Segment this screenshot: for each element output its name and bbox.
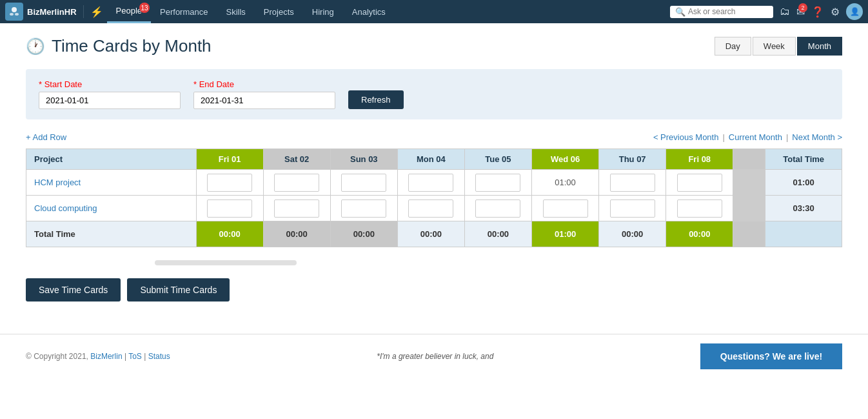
input-hcm-fri01[interactable] bbox=[207, 174, 252, 192]
cell-hcm-fri08 bbox=[666, 170, 733, 196]
cell-cloud-fri08 bbox=[666, 196, 733, 221]
avatar[interactable]: 👤 bbox=[846, 3, 863, 20]
layers-icon[interactable]: 🗂 bbox=[780, 6, 790, 17]
input-hcm-thu07[interactable] bbox=[610, 174, 655, 192]
col-header-sun03: Sun 03 bbox=[330, 149, 397, 170]
end-date-input[interactable] bbox=[193, 92, 335, 109]
nav-right: 🔍 🗂 ✉ 2 ❓ ⚙ 👤 bbox=[670, 3, 863, 20]
total-sat02: 00:00 bbox=[263, 221, 330, 247]
cell-hcm-sat02 bbox=[263, 170, 330, 196]
submit-time-cards-button[interactable]: Submit Time Cards bbox=[127, 278, 230, 301]
prev-month-link[interactable]: < Previous Month bbox=[653, 132, 719, 142]
total-wed06: 01:00 bbox=[532, 221, 599, 247]
total-mon04: 00:00 bbox=[397, 221, 464, 247]
nav-links: People 13 Performance Skills Projects Hi… bbox=[107, 0, 670, 23]
footer-tos-link[interactable]: ToS bbox=[128, 352, 142, 361]
current-month-link[interactable]: Current Month bbox=[729, 132, 782, 142]
input-cloud-wed06[interactable] bbox=[543, 199, 588, 218]
cell-hcm-fri01 bbox=[196, 170, 263, 196]
input-hcm-mon04[interactable] bbox=[408, 174, 453, 192]
cell-cloud-wed06 bbox=[532, 196, 599, 221]
cell-cloud-sat02 bbox=[263, 196, 330, 221]
project-name-cloud: Cloud computing bbox=[26, 196, 197, 221]
input-cloud-sat02[interactable] bbox=[274, 199, 319, 218]
col-header-total: Total Time bbox=[765, 149, 842, 170]
input-hcm-fri08[interactable] bbox=[677, 174, 722, 192]
brand-logo bbox=[5, 3, 23, 21]
table-row: HCM project 01:00 01:00 bbox=[26, 170, 842, 196]
search-input[interactable] bbox=[688, 7, 768, 16]
cell-cloud-extra bbox=[733, 196, 765, 221]
search-icon: 🔍 bbox=[675, 7, 686, 17]
add-row-button[interactable]: + Add Row bbox=[26, 132, 66, 142]
total-extra bbox=[733, 221, 765, 247]
chat-widget[interactable]: Questions? We are live! bbox=[700, 343, 842, 369]
total-sun03: 00:00 bbox=[330, 221, 397, 247]
cell-cloud-mon04 bbox=[397, 196, 464, 221]
nav-link-projects[interactable]: Projects bbox=[255, 0, 303, 23]
nav-link-people[interactable]: People 13 bbox=[107, 0, 151, 23]
view-week-button[interactable]: Week bbox=[753, 37, 796, 56]
mail-icon[interactable]: ✉ 2 bbox=[796, 6, 805, 18]
navbar: BizMerlinHR ⚡ People 13 Performance Skil… bbox=[0, 0, 868, 23]
scroll-indicator bbox=[155, 260, 297, 265]
col-header-fri01: Fri 01 bbox=[196, 149, 263, 170]
month-nav: < Previous Month | Current Month | Next … bbox=[653, 132, 842, 142]
cell-cloud-total: 03:30 bbox=[765, 196, 842, 221]
table-controls: + Add Row < Previous Month | Current Mon… bbox=[26, 132, 842, 142]
next-month-link[interactable]: Next Month > bbox=[792, 132, 842, 142]
input-cloud-mon04[interactable] bbox=[408, 199, 453, 218]
cell-cloud-tue05 bbox=[464, 196, 531, 221]
input-hcm-sun03[interactable] bbox=[341, 174, 386, 192]
refresh-button[interactable]: Refresh bbox=[348, 90, 404, 109]
svg-point-0 bbox=[12, 7, 17, 12]
start-date-input[interactable] bbox=[39, 92, 181, 109]
copyright-text: © Copyright 2021, bbox=[26, 352, 88, 361]
project-name-hcm: HCM project bbox=[26, 170, 197, 196]
total-total bbox=[765, 221, 842, 247]
settings-icon[interactable]: ⚙ bbox=[831, 6, 840, 18]
mail-badge: 2 bbox=[798, 3, 807, 12]
input-cloud-fri01[interactable] bbox=[207, 199, 252, 218]
col-header-project: Project bbox=[26, 149, 197, 170]
brand-name: BizMerlinHR bbox=[27, 7, 77, 17]
timecard-table: Project Fri 01 Sat 02 Sun 03 Mon 04 Tue … bbox=[26, 148, 842, 247]
input-cloud-tue05[interactable] bbox=[475, 199, 520, 218]
cell-hcm-total: 01:00 bbox=[765, 170, 842, 196]
end-date-label: * End Date bbox=[193, 79, 335, 89]
input-cloud-thu07[interactable] bbox=[610, 199, 655, 218]
clock-icon: 🕐 bbox=[26, 37, 45, 56]
cell-cloud-sun03 bbox=[330, 196, 397, 221]
total-row: Total Time 00:00 00:00 00:00 00:00 00:00… bbox=[26, 221, 842, 247]
save-time-cards-button[interactable]: Save Time Cards bbox=[26, 278, 121, 301]
cell-hcm-extra bbox=[733, 170, 765, 196]
flash-icon[interactable]: ⚡ bbox=[90, 6, 103, 18]
col-header-fri08: Fri 08 bbox=[666, 149, 733, 170]
input-cloud-fri08[interactable] bbox=[677, 199, 722, 218]
footer-status-link[interactable]: Status bbox=[148, 352, 170, 361]
view-day-button[interactable]: Day bbox=[715, 37, 751, 56]
input-hcm-tue05[interactable] bbox=[475, 174, 520, 192]
nav-link-analytics[interactable]: Analytics bbox=[343, 0, 395, 23]
nav-link-hiring[interactable]: Hiring bbox=[303, 0, 343, 23]
total-thu07: 00:00 bbox=[599, 221, 666, 247]
input-hcm-sat02[interactable] bbox=[274, 174, 319, 192]
table-header-row: Project Fri 01 Sat 02 Sun 03 Mon 04 Tue … bbox=[26, 149, 842, 170]
input-cloud-sun03[interactable] bbox=[341, 199, 386, 218]
start-date-label: * Start Date bbox=[39, 79, 181, 89]
view-month-button[interactable]: Month bbox=[797, 37, 842, 56]
col-header-sat02: Sat 02 bbox=[263, 149, 330, 170]
col-header-mon04: Mon 04 bbox=[397, 149, 464, 170]
nav-link-performance[interactable]: Performance bbox=[151, 0, 217, 23]
help-icon[interactable]: ❓ bbox=[811, 6, 824, 18]
nav-link-skills[interactable]: Skills bbox=[217, 0, 254, 23]
cell-hcm-mon04 bbox=[397, 170, 464, 196]
search-box[interactable]: 🔍 bbox=[670, 6, 773, 18]
footer-brand-link[interactable]: BizMerlin bbox=[90, 352, 122, 361]
cell-cloud-fri01 bbox=[196, 196, 263, 221]
cell-hcm-thu07 bbox=[599, 170, 666, 196]
action-buttons: Save Time Cards Submit Time Cards bbox=[26, 278, 842, 301]
svg-point-2 bbox=[15, 13, 19, 15]
footer-left: © Copyright 2021, BizMerlin | ToS | Stat… bbox=[26, 352, 170, 361]
brand: BizMerlinHR bbox=[5, 3, 77, 21]
